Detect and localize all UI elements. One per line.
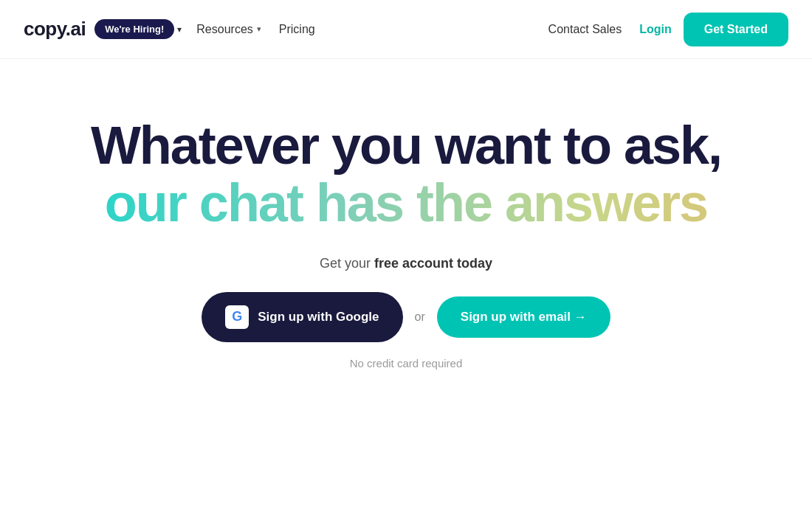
signup-google-button[interactable]: G Sign up with Google bbox=[202, 292, 402, 342]
navbar: copy.ai We're Hiring! ▾ Resources ▾ Pric… bbox=[0, 0, 812, 59]
logo[interactable]: copy.ai bbox=[24, 18, 86, 41]
no-credit-text: No credit card required bbox=[350, 357, 463, 369]
hiring-chevron-icon[interactable]: ▾ bbox=[177, 24, 182, 35]
nav-resources[interactable]: Resources ▾ bbox=[196, 23, 261, 36]
nav-login[interactable]: Login bbox=[639, 23, 672, 36]
hero-subtext: Get your free account today bbox=[320, 256, 492, 271]
hero-section: Whatever you want to ask, our chat has t… bbox=[0, 59, 812, 369]
hero-heading-line1: Whatever you want to ask, bbox=[91, 118, 721, 174]
hiring-badge[interactable]: We're Hiring! bbox=[94, 19, 174, 39]
google-icon: G bbox=[225, 305, 249, 329]
resources-chevron-icon: ▾ bbox=[257, 24, 261, 34]
get-started-button[interactable]: Get Started bbox=[684, 13, 788, 46]
cta-row: G Sign up with Google or Sign up with em… bbox=[202, 292, 610, 342]
signup-email-button[interactable]: Sign up with email → bbox=[437, 296, 610, 338]
nav-pricing[interactable]: Pricing bbox=[279, 23, 315, 36]
hero-heading-gradient: our chat has the answers bbox=[105, 173, 707, 232]
nav-contact-sales[interactable]: Contact Sales bbox=[548, 23, 622, 36]
or-separator: or bbox=[415, 310, 425, 324]
hero-heading-line2: our chat has the answers bbox=[105, 174, 707, 232]
